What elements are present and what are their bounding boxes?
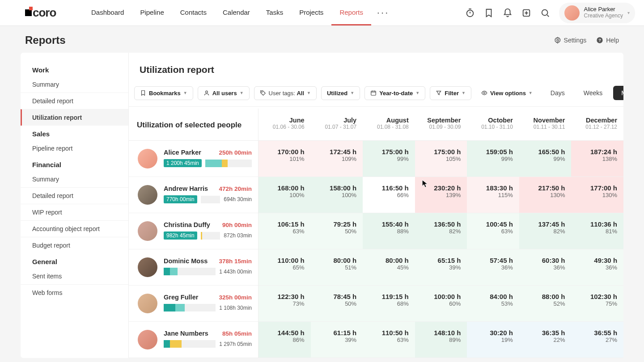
month-cell[interactable]: 110:50 h63% (363, 322, 415, 358)
user-menu[interactable]: Alice Parker Creative Agency ▾ (559, 3, 635, 23)
person-row[interactable]: Alice Parker250h 00min1 200h 45min (129, 141, 258, 177)
person-row[interactable]: Jane Numbers85h 05min1 297h 05min (129, 322, 258, 358)
plus-box-icon[interactable] (521, 8, 531, 18)
month-row: 144:50 h86%61:15 h39%110:50 h63%148:10 h… (258, 322, 623, 358)
person-total: 472h 20min (219, 185, 252, 192)
month-cell[interactable]: 119:15 h68% (363, 286, 415, 321)
person-total: 250h 00min (219, 149, 252, 156)
person-row[interactable]: Andrew Harris472h 20min770h 00min694h 30… (129, 177, 258, 213)
month-cell[interactable]: 110:36 h81% (571, 213, 623, 249)
month-cell[interactable]: 106:15 h63% (258, 213, 311, 249)
month-cell[interactable]: 100:45 h63% (467, 213, 519, 249)
month-cell[interactable]: 144:50 h86% (258, 322, 311, 358)
month-cell[interactable]: 187:24 h138% (571, 141, 623, 177)
month-cell[interactable]: 177:00 h130% (571, 177, 623, 213)
month-cell[interactable]: 148:10 h89% (415, 322, 467, 358)
month-cell[interactable]: 116:50 h66% (363, 177, 415, 213)
month-cell[interactable]: 60:30 h36% (519, 249, 572, 285)
month-cell[interactable]: 230:20 h139% (415, 177, 467, 213)
month-cell[interactable]: 172:45 h109% (311, 141, 363, 177)
person-row[interactable]: Dominic Moss378h 15min1 443h 00min (129, 249, 258, 286)
month-cell[interactable]: 155:40 h88% (363, 213, 415, 249)
chevron-down-icon: ▼ (529, 91, 533, 95)
help-label: Help (606, 37, 619, 44)
month-cell[interactable]: 61:15 h39% (311, 322, 363, 358)
nav-contacts[interactable]: Contacts (172, 0, 215, 25)
month-cell[interactable]: 175:00 h99% (363, 141, 415, 177)
month-cell[interactable]: 165:50 h99% (519, 141, 572, 177)
utilized-filter[interactable]: Utilized ▼ (321, 86, 360, 100)
tags-filter[interactable]: User tags: All ▼ (254, 86, 317, 100)
month-cell[interactable]: 100:00 h60% (415, 286, 467, 321)
side-item[interactable]: Pipeline report (21, 140, 128, 156)
side-item[interactable]: Budget report (21, 237, 128, 253)
side-item[interactable]: Sent items (21, 268, 128, 284)
month-cell[interactable]: 88:00 h52% (519, 286, 572, 321)
date-filter[interactable]: Year-to-date ▼ (364, 86, 425, 100)
month-cell[interactable]: 65:15 h39% (415, 249, 467, 285)
month-cell[interactable]: 84:00 h53% (467, 286, 519, 321)
settings-link[interactable]: Settings (554, 37, 587, 44)
months-header: June01.06 - 30.06July01.07 - 31.07August… (258, 109, 623, 141)
seg-weeks[interactable]: Weeks (576, 86, 611, 100)
month-cell[interactable]: 102:30 h75% (571, 286, 623, 321)
seg-months[interactable]: Months (613, 86, 623, 100)
month-cell[interactable]: 36:55 h27% (571, 322, 623, 358)
month-cell[interactable]: 78:45 h50% (311, 286, 363, 321)
view-label: View options (490, 90, 526, 97)
month-cell[interactable]: 36:35 h22% (519, 322, 572, 358)
nav-dashboard[interactable]: Dashboard (83, 0, 132, 25)
side-item[interactable]: Summary (21, 76, 128, 93)
month-cell[interactable]: 137:45 h82% (519, 213, 572, 249)
side-item[interactable]: Detailed report (21, 93, 128, 109)
month-cell[interactable]: 170:00 h101% (258, 141, 311, 177)
month-header: August01.08 - 31.08 (363, 109, 415, 140)
month-cell[interactable]: 49:30 h36% (571, 249, 623, 285)
side-item[interactable]: Summary (21, 171, 128, 187)
nav-tasks[interactable]: Tasks (258, 0, 291, 25)
logo-text: coro (33, 6, 56, 20)
month-cell[interactable]: 30:20 h19% (467, 322, 519, 358)
month-cell[interactable]: 110:00 h65% (258, 249, 311, 285)
person-row[interactable]: Greg Fuller325h 00min1 108h 30min (129, 286, 258, 322)
month-cell[interactable]: 168:00 h100% (258, 177, 311, 213)
side-group-work: Work (21, 62, 128, 76)
person-total: 85h 05min (222, 330, 252, 337)
bookmark-icon[interactable] (484, 8, 494, 18)
side-item[interactable]: Detailed report (21, 187, 128, 204)
seg-days[interactable]: Days (542, 86, 573, 100)
users-filter[interactable]: All users ▼ (198, 86, 250, 100)
timer-icon[interactable] (465, 8, 475, 18)
help-link[interactable]: ? Help (596, 37, 619, 44)
nav-calendar[interactable]: Calendar (215, 0, 258, 25)
nav-projects[interactable]: Projects (291, 0, 331, 25)
month-cell[interactable]: 80:00 h51% (311, 249, 363, 285)
side-item[interactable]: Web forms (21, 284, 128, 301)
months-scroll[interactable]: June01.06 - 30.06July01.07 - 31.07August… (258, 109, 623, 358)
view-options[interactable]: View options ▼ (476, 87, 538, 100)
logo[interactable]: coro (25, 6, 56, 20)
side-item[interactable]: Accounting object report (21, 220, 128, 237)
nav-reports[interactable]: Reports (331, 0, 371, 25)
side-item[interactable]: WIP report (21, 204, 128, 220)
month-cell[interactable]: 79:25 h50% (311, 213, 363, 249)
month-row: 122:30 h73%78:45 h50%119:15 h68%100:00 h… (258, 286, 623, 322)
nav-pipeline[interactable]: Pipeline (132, 0, 172, 25)
month-cell[interactable]: 183:30 h115% (467, 177, 519, 213)
bookmarks-filter[interactable]: Bookmarks ▼ (134, 86, 193, 100)
search-icon[interactable] (540, 8, 550, 18)
month-cell[interactable]: 217:50 h130% (519, 177, 572, 213)
avatar (138, 257, 157, 277)
month-cell[interactable]: 80:00 h45% (363, 249, 415, 285)
person-row[interactable]: Christina Duffy90h 00min982h 45min872h 0… (129, 213, 258, 249)
month-cell[interactable]: 159:05 h99% (467, 141, 519, 177)
filter-button[interactable]: Filter ▼ (430, 86, 471, 100)
side-item[interactable]: Utilization report (21, 109, 128, 126)
month-cell[interactable]: 158:00 h100% (311, 177, 363, 213)
bell-icon[interactable] (503, 8, 513, 18)
nav-more-icon[interactable]: ● ● ● (371, 12, 394, 14)
month-cell[interactable]: 175:00 h105% (415, 141, 467, 177)
month-cell[interactable]: 136:50 h82% (415, 213, 467, 249)
month-cell[interactable]: 57:45 h36% (467, 249, 519, 285)
month-cell[interactable]: 122:30 h73% (258, 286, 311, 321)
